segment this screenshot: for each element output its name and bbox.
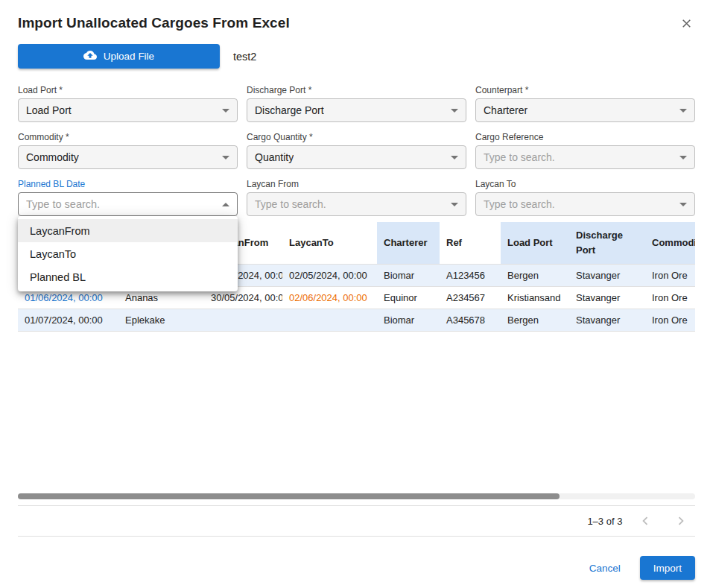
cargo-reference-field: Cargo Reference Type to search.: [475, 132, 695, 169]
menu-item-planned-bl[interactable]: Planned BL: [18, 265, 238, 288]
laycan-from-placeholder: Type to search.: [255, 198, 326, 210]
table-cell: [282, 309, 377, 331]
chevron-down-icon: [679, 156, 687, 159]
planned-bl-date-input[interactable]: [26, 198, 222, 210]
uploaded-file-name: test2: [233, 51, 256, 63]
chevron-down-icon: [451, 109, 458, 113]
table-cell: A123456: [440, 264, 501, 286]
commodity-label: Commodity *: [18, 132, 238, 142]
horizontal-scrollbar[interactable]: [18, 493, 695, 499]
import-button[interactable]: Import: [640, 556, 695, 580]
commodity-value: Commodity: [26, 151, 79, 163]
menu-item-laycanfrom[interactable]: LaycanFrom: [18, 219, 238, 242]
chevron-down-icon: [222, 156, 229, 159]
table-cell: Iron Ore: [645, 309, 695, 331]
chevron-down-icon: [679, 203, 687, 206]
table-cell: 02/06/2024, 00:00: [282, 286, 377, 309]
cargo-quantity-field: Cargo Quantity * Quantity: [247, 132, 466, 169]
commodity-field: Commodity * Commodity: [18, 132, 238, 169]
table-cell: Eplekake: [118, 309, 204, 331]
previous-page-button[interactable]: [634, 510, 656, 532]
counterpart-label: Counterpart *: [475, 85, 695, 95]
cargo-reference-label: Cargo Reference: [475, 132, 695, 142]
dialog-header: Import Unallocated Cargoes From Excel: [18, 15, 695, 32]
commodity-select[interactable]: Commodity: [18, 145, 238, 169]
counterpart-select[interactable]: Charterer: [475, 98, 695, 122]
table-cell: 01/07/2024, 00:00: [18, 309, 118, 331]
table-cell: [204, 309, 282, 331]
discharge-port-select[interactable]: Discharge Port: [247, 98, 466, 122]
table-cell: Stavanger: [569, 264, 645, 286]
column-header[interactable]: Commodity: [645, 222, 695, 264]
table-cell: Biomar: [377, 264, 440, 286]
column-header[interactable]: Load Port: [501, 222, 569, 264]
table-cell: Bergen: [501, 309, 569, 331]
table-row: 01/07/2024, 00:00 Eplekake Biomar A34567…: [18, 309, 695, 331]
close-icon: [679, 22, 694, 33]
laycan-to-label: Laycan To: [475, 179, 695, 189]
chevron-right-icon: [673, 520, 689, 531]
pagination-range-label: 1–3 of 3: [587, 516, 622, 527]
load-port-select[interactable]: Load Port: [18, 98, 238, 122]
cloud-upload-icon: [83, 48, 97, 64]
upload-row: Upload File test2: [18, 44, 695, 69]
table-cell: Stavanger: [569, 286, 645, 309]
mapping-form: Load Port * Load Port Discharge Port * D…: [18, 85, 695, 216]
upload-file-button-label: Upload File: [104, 51, 154, 62]
load-port-field: Load Port * Load Port: [18, 85, 238, 122]
table-cell: A234567: [440, 286, 501, 309]
column-options-menu: LaycanFrom LaycanTo Planned BL: [18, 216, 238, 291]
import-cargoes-dialog: Import Unallocated Cargoes From Excel Up…: [0, 0, 713, 588]
table-cell: Bergen: [501, 264, 569, 286]
load-port-value: Load Port: [26, 104, 72, 116]
chevron-down-icon: [451, 156, 458, 159]
table-pagination: 1–3 of 3: [18, 505, 695, 537]
cargo-reference-placeholder: Type to search.: [484, 151, 555, 163]
cargo-quantity-select[interactable]: Quantity: [247, 145, 466, 169]
laycan-to-placeholder: Type to search.: [484, 198, 555, 210]
table-cell: Biomar: [377, 309, 440, 331]
chevron-left-icon: [637, 520, 653, 531]
menu-item-laycanto[interactable]: LaycanTo: [18, 242, 238, 265]
table-cell: Kristiansand: [501, 286, 569, 309]
planned-bl-date-combobox[interactable]: [18, 192, 238, 216]
horizontal-scrollbar-thumb[interactable]: [18, 493, 560, 499]
laycan-to-field: Laycan To Type to search.: [475, 179, 695, 216]
cargo-reference-select[interactable]: Type to search.: [475, 145, 695, 169]
planned-bl-date-field: Planned BL Date LaycanFrom LaycanTo Plan…: [18, 179, 238, 216]
laycan-to-select[interactable]: Type to search.: [475, 192, 695, 216]
next-page-button[interactable]: [670, 510, 692, 532]
cancel-button[interactable]: Cancel: [589, 563, 621, 574]
dialog-footer: Cancel Import: [18, 556, 695, 580]
column-header[interactable]: LaycanTo: [282, 222, 377, 264]
laycan-from-label: Laycan From: [247, 179, 466, 189]
table-cell: A345678: [440, 309, 501, 331]
table-cell: Equinor: [377, 286, 440, 309]
laycan-from-field: Laycan From Type to search.: [247, 179, 466, 216]
upload-file-button[interactable]: Upload File: [18, 44, 220, 69]
cargo-quantity-value: Quantity: [255, 151, 294, 163]
chevron-down-icon: [451, 203, 458, 206]
chevron-down-icon: [222, 109, 229, 113]
counterpart-value: Charterer: [484, 104, 527, 116]
laycan-from-select[interactable]: Type to search.: [247, 192, 466, 216]
counterpart-field: Counterpart * Charterer: [475, 85, 695, 122]
planned-bl-date-label: Planned BL Date: [18, 179, 238, 189]
table-cell: Stavanger: [569, 309, 645, 331]
table-cell: Iron Ore: [645, 286, 695, 309]
chevron-down-icon: [679, 109, 687, 113]
discharge-port-field: Discharge Port * Discharge Port: [247, 85, 466, 122]
chevron-up-icon: [222, 203, 229, 206]
table-cell: Iron Ore: [645, 264, 695, 286]
discharge-port-value: Discharge Port: [255, 104, 324, 116]
column-header[interactable]: Charterer: [377, 222, 440, 264]
close-button[interactable]: [678, 15, 695, 32]
column-header[interactable]: Discharge Port: [569, 222, 645, 264]
column-header[interactable]: Ref: [440, 222, 501, 264]
dialog-title: Import Unallocated Cargoes From Excel: [18, 15, 290, 31]
cargo-quantity-label: Cargo Quantity *: [247, 132, 466, 142]
table-cell: 02/05/2024, 00:00: [282, 264, 377, 286]
discharge-port-label: Discharge Port *: [247, 85, 466, 95]
load-port-label: Load Port *: [18, 85, 238, 95]
